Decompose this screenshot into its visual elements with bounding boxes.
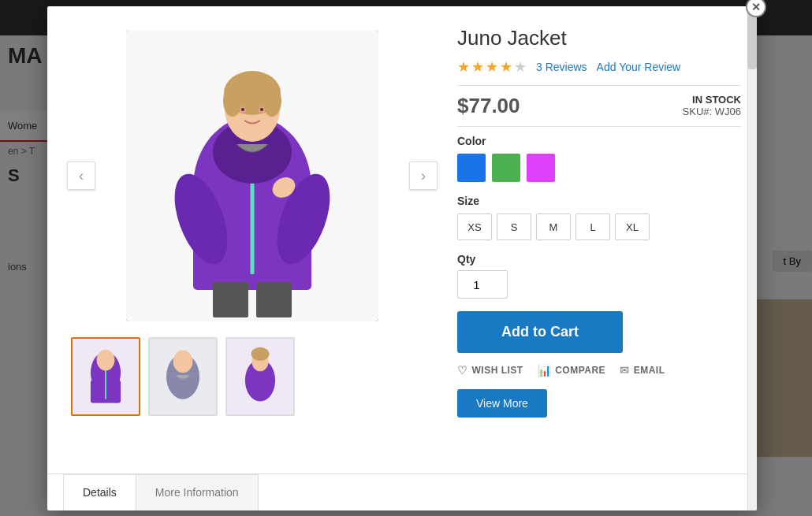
wish-list-label: WISH LIST [472, 365, 523, 376]
tabs-section: Details More Information [47, 473, 757, 510]
thumb-image-3 [227, 339, 293, 414]
qty-section: Qty [457, 253, 741, 299]
main-product-image [126, 30, 378, 321]
size-s[interactable]: S [497, 213, 531, 240]
stock-status: IN STOCK [683, 94, 741, 106]
add-review-link[interactable]: Add Your Review [597, 61, 681, 73]
sku-label: SKU#: [683, 106, 713, 117]
thumbnail-1[interactable] [71, 337, 140, 416]
svg-rect-16 [256, 282, 292, 317]
next-image-button[interactable]: › [409, 161, 438, 190]
heart-icon: ♡ [457, 364, 468, 377]
svg-point-9 [223, 85, 242, 117]
star-1: ★ [457, 58, 470, 76]
compare-icon: 📊 [538, 364, 552, 377]
image-section: ‹ [63, 22, 441, 458]
add-to-cart-button[interactable]: Add to Cart [457, 311, 623, 353]
main-image-container: ‹ [63, 22, 441, 329]
modal-body: ‹ [47, 6, 757, 473]
prev-image-button[interactable]: ‹ [67, 161, 95, 190]
tab-more-information[interactable]: More Information [136, 474, 259, 510]
star-5: ★ [514, 58, 527, 76]
svg-point-10 [263, 85, 281, 117]
size-label: Size [457, 195, 741, 207]
size-l[interactable]: L [575, 213, 610, 240]
color-options [457, 154, 741, 182]
size-options: XS S M L XL [457, 213, 741, 240]
color-swatch-blue[interactable] [457, 154, 486, 182]
price-stock-row: $77.00 IN STOCK SKU#: WJ06 [457, 94, 741, 118]
qty-label: Qty [457, 253, 741, 265]
sku-value: WJ06 [715, 106, 741, 117]
thumbnail-gallery [63, 329, 441, 424]
compare-label: COMPARE [555, 365, 605, 376]
size-xl[interactable]: XL [615, 213, 650, 240]
view-more-button[interactable]: View More [457, 389, 547, 418]
wish-list-link[interactable]: ♡ WISH LIST [457, 364, 523, 377]
tabs-row: Details More Information [63, 474, 741, 510]
svg-point-22 [97, 350, 115, 371]
email-icon: ✉ [620, 364, 630, 377]
svg-rect-15 [213, 282, 248, 317]
color-label: Color [457, 135, 741, 147]
rating-row: ★ ★ ★ ★ ★ 3 Reviews Add Your Review [457, 58, 741, 76]
thumbnail-2[interactable] [148, 337, 218, 416]
stock-sku-container: IN STOCK SKU#: WJ06 [683, 94, 741, 117]
star-4: ★ [500, 58, 512, 76]
actions-row: ♡ WISH LIST 📊 COMPARE ✉ EMAIL [457, 364, 741, 377]
thumb-image-2 [150, 339, 216, 414]
svg-point-13 [241, 108, 244, 111]
divider-2 [457, 126, 741, 127]
star-rating: ★ ★ ★ ★ ★ [457, 58, 527, 76]
star-3: ★ [486, 58, 498, 76]
divider-1 [457, 85, 741, 86]
star-2: ★ [471, 58, 484, 76]
qty-input[interactable] [457, 270, 508, 299]
svg-point-25 [173, 351, 193, 373]
product-image-svg [126, 30, 378, 321]
product-details: Juno Jacket ★ ★ ★ ★ ★ 3 Reviews Add Your… [457, 22, 741, 458]
svg-point-29 [251, 347, 270, 361]
product-price: $77.00 [457, 94, 520, 118]
email-link[interactable]: ✉ EMAIL [620, 364, 665, 377]
size-m[interactable]: M [536, 213, 571, 240]
tab-details[interactable]: Details [63, 474, 136, 510]
svg-point-14 [260, 108, 263, 111]
color-swatch-green[interactable] [492, 154, 520, 182]
email-label: EMAIL [634, 365, 665, 376]
color-swatch-pink[interactable] [527, 154, 555, 182]
thumb-image-1 [73, 339, 139, 414]
product-modal: ✕ ‹ [47, 6, 757, 510]
product-title: Juno Jacket [457, 26, 741, 50]
product-sku: SKU#: WJ06 [683, 106, 741, 117]
modal-scrollbar[interactable] [747, 6, 757, 510]
reviews-link[interactable]: 3 Reviews [536, 61, 587, 73]
compare-link[interactable]: 📊 COMPARE [538, 364, 605, 377]
thumbnail-3[interactable] [225, 337, 295, 416]
size-xs[interactable]: XS [457, 213, 492, 240]
